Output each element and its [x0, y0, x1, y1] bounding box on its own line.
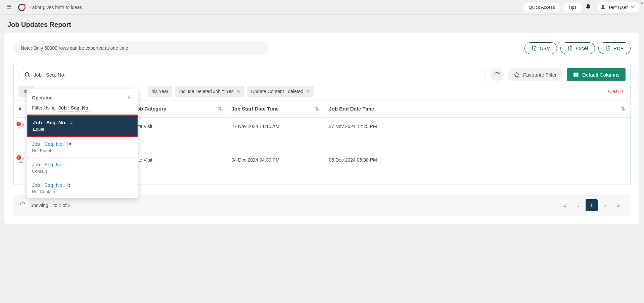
topbar: Labor gives birth to ideas. Quick Access… [0, 0, 644, 15]
chip-remove-icon[interactable]: ✕ [306, 89, 310, 94]
favourite-filter-label: Favourite Filter [523, 72, 557, 78]
sort-icon[interactable]: ⇅ [621, 106, 625, 112]
page-next[interactable]: › [599, 199, 611, 211]
filter-chip-2[interactable]: Include Deleted Job = Yes✕ [175, 86, 244, 97]
app-logo[interactable] [18, 4, 26, 11]
sort-icon[interactable]: ⇅ [315, 106, 319, 112]
col-header-category[interactable]: Job Category⇅ [129, 100, 227, 118]
search-input[interactable] [34, 72, 480, 78]
report-card: Note: Only 50000 rows can be exported at… [4, 33, 640, 224]
default-columns-label: Default Columns [582, 72, 619, 78]
page-last[interactable]: » [612, 199, 625, 211]
hamburger-icon[interactable] [4, 2, 14, 13]
search-icon [24, 72, 30, 78]
open-external-icon[interactable]: ! [18, 157, 25, 164]
scroll-up-icon[interactable]: ▲ [639, 0, 644, 5]
svg-marker-6 [514, 72, 519, 77]
open-external-icon[interactable]: ! [18, 124, 25, 131]
refresh-button[interactable] [490, 68, 504, 81]
cell-start: 04 Dec 2024 04:30 PM [227, 151, 324, 185]
export-csv-label: CSV [540, 45, 550, 51]
operator-contain[interactable]: Job : Seq. No.: Contain [27, 157, 138, 178]
user-menu[interactable]: Test User [597, 2, 640, 12]
col-header-start[interactable]: Job Start Date Time⇅ [227, 100, 324, 118]
operator-dropdown: Operator Filter Using Job : Seq. No. Job… [27, 89, 138, 198]
col-header-end[interactable]: Job End Date Time⇅ [324, 100, 630, 118]
star-icon [514, 72, 520, 78]
export-csv-button[interactable]: CSV [524, 42, 557, 54]
vertical-scrollbar[interactable]: ▲ [639, 0, 644, 228]
pagination-info: Showing 1 to 2 of 2 [30, 203, 71, 208]
svg-line-5 [28, 76, 29, 77]
avatar-icon [600, 4, 606, 11]
filter-chip-1[interactable]: his Year [148, 86, 173, 97]
alert-badge-icon: ! [16, 155, 21, 160]
export-excel-button[interactable]: Excel [560, 42, 595, 54]
export-excel-label: Excel [576, 45, 588, 51]
export-pdf-label: PDF [613, 45, 624, 51]
svg-line-12 [21, 158, 24, 161]
filter-section: Favourite Filter Default Columns Job his… [13, 63, 631, 100]
tips-button[interactable]: Tips [563, 3, 582, 12]
user-name: Test User [608, 5, 628, 10]
dropdown-title: Operator [32, 95, 52, 100]
svg-line-11 [21, 124, 24, 127]
export-pdf-button[interactable]: PDF [598, 42, 631, 54]
cell-end: 27 Nov 2024 12:15 PM [324, 118, 630, 151]
operator-equal[interactable]: Job : Seq. No.= Equal [27, 115, 138, 137]
svg-rect-7 [573, 73, 575, 77]
filter-using-label: Filter Using Job : Seq. No. [27, 104, 138, 115]
search-box[interactable] [18, 68, 486, 81]
default-columns-button[interactable]: Default Columns [567, 68, 626, 81]
svg-rect-8 [576, 73, 577, 77]
chevron-down-icon [630, 4, 635, 10]
filter-chip-3[interactable]: Update Content : deleted✕ [247, 86, 314, 97]
operator-not-equal[interactable]: Job : Seq. No.!= Not Equal [27, 137, 138, 157]
operator-not-contain[interactable]: Job : Seq. No.!: Not Contain [27, 178, 138, 198]
columns-icon [573, 72, 579, 78]
svg-point-3 [602, 5, 604, 7]
favourite-filter-button[interactable]: Favourite Filter [508, 68, 563, 81]
svg-point-4 [25, 73, 29, 76]
cell-category: Site Visit [129, 118, 227, 151]
pagination-refresh-icon[interactable] [19, 202, 26, 209]
notifications-icon[interactable] [582, 2, 595, 13]
export-note: Note: Only 50000 rows can be exported at… [13, 41, 269, 55]
refresh-icon [494, 72, 500, 78]
tagline: Labor gives birth to ideas. [30, 5, 83, 10]
quick-access-button[interactable]: Quick Access [523, 3, 560, 12]
page-prev[interactable]: ‹ [572, 199, 584, 211]
chip-remove-icon[interactable]: ✕ [236, 89, 240, 94]
cell-category: Site Visit [129, 151, 227, 185]
page-title: Job Updates Report [0, 15, 644, 33]
svg-rect-9 [577, 73, 579, 77]
back-icon[interactable] [127, 94, 133, 101]
alert-badge-icon: ! [16, 122, 21, 126]
cell-start: 27 Nov 2024 11:15 AM [227, 118, 324, 151]
cell-end: 05 Dec 2024 05:30 PM [324, 151, 630, 185]
sort-icon[interactable]: ⇅ [218, 106, 222, 112]
page-current[interactable]: 1 [586, 199, 598, 211]
clear-all-filters[interactable]: Clear All [608, 89, 626, 94]
page-first[interactable]: « [559, 199, 571, 211]
